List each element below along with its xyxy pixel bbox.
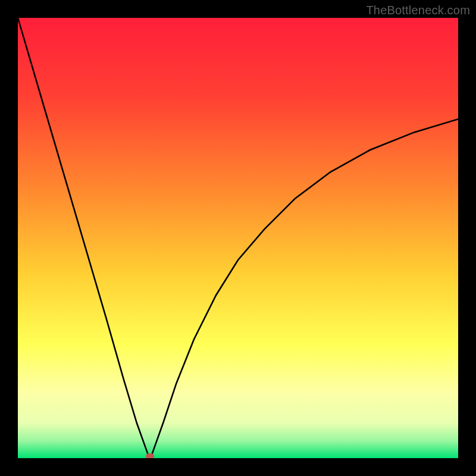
curve-svg [18, 18, 458, 458]
chart-stage: TheBottleneck.com [0, 0, 476, 476]
curve-path [18, 18, 458, 458]
watermark-label: TheBottleneck.com [366, 4, 470, 17]
min-marker-icon [146, 453, 154, 458]
plot-area [18, 18, 458, 458]
